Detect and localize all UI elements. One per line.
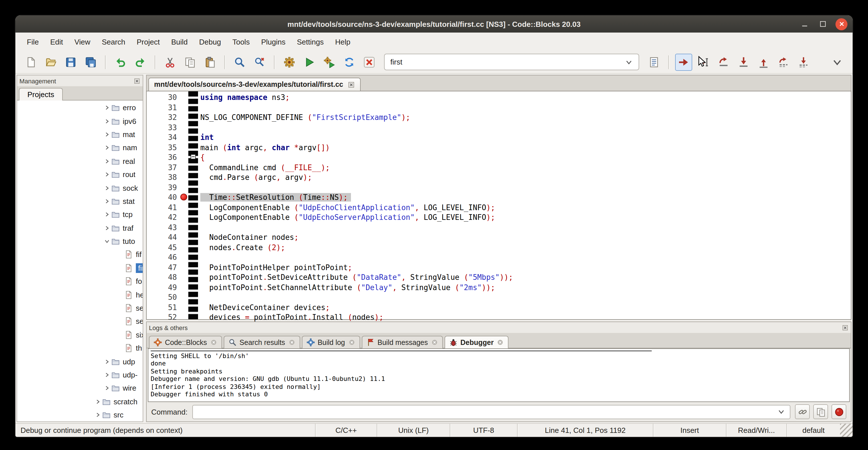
- minimize-button[interactable]: [799, 18, 810, 30]
- step-out-button[interactable]: [755, 53, 772, 70]
- tree-item-fif[interactable]: fif: [17, 248, 143, 262]
- chevron-right-icon[interactable]: [104, 104, 111, 111]
- tree-item-traf[interactable]: traf: [17, 221, 143, 235]
- tree-item-tcp[interactable]: tcp: [17, 208, 143, 221]
- next-instruction-button[interactable]: [775, 53, 792, 70]
- menu-view[interactable]: View: [69, 34, 96, 49]
- tree-item-ipv6[interactable]: ipv6: [17, 115, 143, 128]
- menu-search[interactable]: Search: [96, 34, 131, 49]
- command-dropdown-button[interactable]: [775, 408, 787, 416]
- editor-tab-close-button[interactable]: [348, 81, 355, 88]
- tab-close-icon[interactable]: [348, 339, 355, 346]
- tree-item-wire[interactable]: wire: [17, 382, 143, 395]
- run-button[interactable]: [301, 53, 318, 70]
- tree-item-se[interactable]: se: [17, 315, 143, 328]
- fold-marker[interactable]: [191, 154, 196, 159]
- menu-project[interactable]: Project: [131, 34, 165, 49]
- command-link-button[interactable]: [795, 404, 810, 419]
- menu-file[interactable]: File: [21, 34, 44, 49]
- code-editor[interactable]: 3031323334353637383940414243444546474849…: [146, 91, 851, 320]
- menu-plugins[interactable]: Plugins: [255, 34, 291, 49]
- undo-button[interactable]: [112, 53, 129, 70]
- menu-build[interactable]: Build: [165, 34, 193, 49]
- tab-projects[interactable]: Projects: [19, 88, 63, 100]
- step-into-instruction-button[interactable]: [795, 53, 812, 70]
- command-copy-button[interactable]: [813, 404, 828, 419]
- tree-item-nam[interactable]: nam: [17, 141, 143, 154]
- logs-tab-debugger[interactable]: Debugger: [444, 336, 509, 348]
- step-into-button[interactable]: [735, 53, 752, 70]
- chevron-right-icon[interactable]: [104, 145, 111, 151]
- tree-item-se[interactable]: se: [17, 302, 143, 315]
- panel-splitter[interactable]: [143, 75, 146, 422]
- menu-tools[interactable]: Tools: [226, 34, 255, 49]
- chevron-right-icon[interactable]: [95, 399, 102, 405]
- build-button[interactable]: [281, 53, 298, 70]
- logs-tab-build-log[interactable]: Build log: [302, 336, 360, 348]
- management-close-button[interactable]: [133, 78, 141, 84]
- chevron-right-icon[interactable]: [104, 385, 111, 391]
- project-tree[interactable]: erroipv6matnamrealroutsockstattcptraftut…: [17, 100, 143, 421]
- chevron-right-icon[interactable]: [104, 372, 111, 378]
- tree-item-udp[interactable]: udp: [17, 355, 143, 368]
- breakpoint-marker[interactable]: [180, 193, 187, 201]
- tree-item-th[interactable]: th: [17, 341, 143, 355]
- tree-item-udp-[interactable]: udp-: [17, 368, 143, 382]
- chevron-right-icon[interactable]: [104, 131, 111, 138]
- chevron-right-icon[interactable]: [104, 118, 111, 124]
- tree-item-tuto[interactable]: tuto: [17, 235, 143, 248]
- menu-edit[interactable]: Edit: [44, 34, 69, 49]
- tree-item-fir[interactable]: fir: [17, 261, 143, 275]
- tree-item-erro[interactable]: erro: [17, 101, 143, 115]
- code-lines[interactable]: using namespace ns3;NS_LOG_COMPONENT_DEF…: [198, 91, 851, 319]
- chevron-right-icon[interactable]: [104, 185, 111, 191]
- tree-item-rout[interactable]: rout: [17, 168, 143, 181]
- tree-item-src[interactable]: src: [17, 408, 143, 421]
- replace-button[interactable]: [251, 53, 268, 70]
- menu-settings[interactable]: Settings: [291, 34, 329, 49]
- debug-stop-button[interactable]: [832, 404, 846, 419]
- copy-button[interactable]: [182, 53, 198, 70]
- breakpoint-margin[interactable]: [180, 91, 188, 319]
- chevron-right-icon[interactable]: [104, 171, 111, 178]
- tab-close-icon[interactable]: [496, 339, 504, 346]
- new-file-button[interactable]: [22, 53, 39, 70]
- tree-item-real[interactable]: real: [17, 154, 143, 168]
- tree-item-mat[interactable]: mat: [17, 128, 143, 141]
- chevron-right-icon[interactable]: [104, 225, 111, 231]
- save-all-button[interactable]: [82, 53, 99, 70]
- resize-grip[interactable]: [840, 424, 852, 437]
- redo-button[interactable]: [132, 53, 149, 70]
- logs-tab-build-messages[interactable]: Build messages: [362, 336, 443, 348]
- show-build-targets-button[interactable]: [645, 53, 662, 70]
- logs-tab-search-results[interactable]: Search results: [223, 336, 300, 348]
- close-button[interactable]: [835, 18, 847, 30]
- fold-margin[interactable]: [188, 91, 198, 319]
- rebuild-button[interactable]: [341, 53, 358, 70]
- tree-item-scratch[interactable]: scratch: [17, 395, 143, 408]
- tab-close-icon[interactable]: [431, 339, 438, 346]
- abort-build-button[interactable]: [361, 53, 378, 70]
- next-line-button[interactable]: [715, 53, 732, 70]
- tree-item-stat[interactable]: stat: [17, 194, 143, 208]
- build-target-combo[interactable]: first: [384, 54, 639, 70]
- menu-help[interactable]: Help: [329, 34, 356, 49]
- chevron-down-icon[interactable]: [104, 238, 111, 244]
- chevron-right-icon[interactable]: [104, 358, 111, 365]
- log-output[interactable]: Setting SHELL to '/bin/sh'doneSetting br…: [148, 348, 850, 402]
- tree-item-he[interactable]: he: [17, 288, 143, 302]
- title-bar[interactable]: mnt/dev/tools/source/ns-3-dev/examples/t…: [16, 16, 852, 33]
- save-button[interactable]: [62, 53, 79, 70]
- tab-close-icon[interactable]: [210, 339, 217, 346]
- tree-item-fo[interactable]: fo: [17, 275, 143, 288]
- chevron-right-icon[interactable]: [104, 212, 111, 218]
- menu-debug[interactable]: Debug: [193, 34, 227, 49]
- tree-item-sock[interactable]: sock: [17, 181, 143, 195]
- logs-close-button[interactable]: [842, 324, 848, 331]
- chevron-down-icon[interactable]: [625, 58, 633, 66]
- tab-close-icon[interactable]: [288, 339, 295, 346]
- tree-item-six[interactable]: six: [17, 328, 143, 341]
- build-and-run-button[interactable]: [321, 53, 338, 70]
- chevron-right-icon[interactable]: [104, 158, 111, 164]
- chevron-right-icon[interactable]: [95, 412, 102, 418]
